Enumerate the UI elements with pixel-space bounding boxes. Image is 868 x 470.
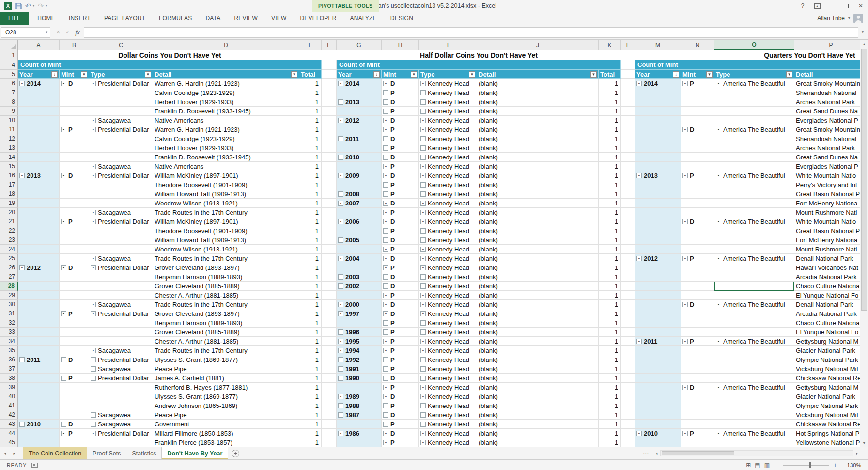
collapse-icon[interactable]: -: [91, 219, 96, 224]
row-header-31[interactable]: 31: [0, 309, 18, 318]
cell-K12[interactable]: 1: [599, 134, 621, 143]
cell-D34[interactable]: Chester A. Arthur (1881-1885): [153, 337, 299, 346]
cell-A38[interactable]: [18, 374, 60, 383]
sort-filter-icon[interactable]: ↓: [51, 71, 58, 78]
cell-N43[interactable]: [681, 420, 714, 429]
cell-G11[interactable]: [337, 125, 382, 134]
cell-D38[interactable]: James A. Garfield (1881): [153, 374, 299, 383]
cell-O10[interactable]: [714, 116, 794, 125]
cell-M6[interactable]: -2014: [635, 79, 681, 88]
cell-J24[interactable]: (blank): [477, 245, 599, 254]
restore-button[interactable]: [839, 0, 853, 12]
cell-A24[interactable]: [18, 245, 60, 254]
cell-G42[interactable]: -1987: [337, 410, 382, 420]
cell-E39[interactable]: 1: [299, 383, 322, 392]
cell-A23[interactable]: [18, 235, 60, 245]
cell-C7[interactable]: [89, 88, 153, 97]
collapse-icon[interactable]: -: [420, 201, 426, 206]
cell-A15[interactable]: [18, 162, 60, 171]
cell-O22[interactable]: [714, 226, 794, 235]
collapse-icon[interactable]: -: [420, 422, 426, 427]
cell-A28[interactable]: [18, 282, 60, 291]
cell-C6[interactable]: -Presidential Dollar: [89, 79, 153, 88]
cell-F18[interactable]: [322, 189, 337, 199]
ribbon-tab-insert[interactable]: INSERT: [62, 12, 97, 25]
cell-B17[interactable]: [60, 180, 89, 189]
cell-F6[interactable]: [322, 79, 337, 88]
cell-P43[interactable]: Chickasaw National Re: [794, 420, 868, 429]
collapse-icon[interactable]: -: [682, 219, 688, 224]
cell-P18[interactable]: Great Basin National P: [794, 189, 868, 199]
collapse-icon[interactable]: -: [383, 164, 388, 169]
pivot-title-d[interactable]: Dollar Coins You Don't Have Yet: [18, 50, 322, 60]
cell-J17[interactable]: (blank): [477, 180, 599, 189]
collapse-icon[interactable]: -: [420, 219, 426, 224]
cell-A18[interactable]: [18, 189, 60, 199]
cell-B10[interactable]: [60, 116, 89, 125]
cell-C39[interactable]: [89, 383, 153, 392]
cell-F30[interactable]: [322, 300, 337, 309]
cell-K36[interactable]: 1: [599, 355, 621, 364]
cell-I21[interactable]: -Kennedy Head: [419, 217, 477, 226]
cell-N20[interactable]: [681, 208, 714, 217]
row-header-20[interactable]: 20: [0, 208, 18, 217]
cell-L35[interactable]: [621, 346, 635, 355]
cell-H37[interactable]: -P: [382, 364, 419, 374]
cell-K23[interactable]: 1: [599, 235, 621, 245]
cell-J21[interactable]: (blank): [477, 217, 599, 226]
row-header-24[interactable]: 24: [0, 245, 18, 254]
row-header-43[interactable]: 43: [0, 420, 18, 429]
collapse-icon[interactable]: -: [61, 219, 66, 224]
collapse-icon[interactable]: -: [383, 145, 388, 151]
row-header-36[interactable]: 36: [0, 355, 18, 364]
cell-B36[interactable]: -D: [60, 355, 89, 364]
cell-B22[interactable]: [60, 226, 89, 235]
cell-F45[interactable]: [322, 438, 337, 447]
collapse-icon[interactable]: -: [383, 237, 388, 243]
cell-I19[interactable]: -Kennedy Head: [419, 199, 477, 208]
cell-C23[interactable]: [89, 235, 153, 245]
collapse-icon[interactable]: -: [338, 394, 343, 399]
cell-K43[interactable]: 1: [599, 420, 621, 429]
pivot-field-year-q[interactable]: Year↓: [635, 70, 681, 79]
pivot-count-label-h[interactable]: Count of Mint: [337, 60, 621, 70]
cell-J11[interactable]: (blank): [477, 125, 599, 134]
row-header-18[interactable]: 18: [0, 189, 18, 199]
cell-M16[interactable]: -2013: [635, 171, 681, 180]
cell-M43[interactable]: [635, 420, 681, 429]
cell-K15[interactable]: 1: [599, 162, 621, 171]
row-header-37[interactable]: 37: [0, 364, 18, 374]
collapse-icon[interactable]: -: [383, 339, 388, 344]
collapse-icon[interactable]: -: [61, 311, 66, 316]
pivot-field-year-h[interactable]: Year↓: [337, 70, 382, 79]
cell-L29[interactable]: [621, 291, 635, 300]
cell-F20[interactable]: [322, 208, 337, 217]
cell-G27[interactable]: -2003: [337, 272, 382, 282]
cell-L30[interactable]: [621, 300, 635, 309]
cell-K22[interactable]: 1: [599, 226, 621, 235]
cell-P20[interactable]: Mount Rushmore Nati: [794, 208, 868, 217]
cell-B42[interactable]: [60, 410, 89, 420]
row-header-16[interactable]: 16: [0, 171, 18, 180]
collapse-icon[interactable]: -: [91, 366, 96, 372]
cell-E11[interactable]: 1: [299, 125, 322, 134]
cell-C33[interactable]: [89, 328, 153, 337]
cell-D16[interactable]: William McKinley (1897-1901): [153, 171, 299, 180]
cell-F26[interactable]: [322, 263, 337, 272]
cell-G33[interactable]: -1996: [337, 328, 382, 337]
cell-M31[interactable]: [635, 309, 681, 318]
cell-G14[interactable]: -2010: [337, 153, 382, 162]
cell-K21[interactable]: 1: [599, 217, 621, 226]
collapse-icon[interactable]: -: [338, 376, 343, 381]
pivot-title-q[interactable]: Quarters You Don't Have Yet: [635, 50, 868, 60]
cell-C22[interactable]: [89, 226, 153, 235]
row-header-27[interactable]: 27: [0, 272, 18, 282]
cell-P41[interactable]: Olympic National Park: [794, 401, 868, 410]
collapse-icon[interactable]: -: [383, 302, 388, 307]
close-button[interactable]: ✕: [853, 0, 868, 12]
collapse-icon[interactable]: -: [420, 348, 426, 353]
row-header-29[interactable]: 29: [0, 291, 18, 300]
cell-A26[interactable]: -2012: [18, 263, 60, 272]
cell-E37[interactable]: 1: [299, 364, 322, 374]
row-header-7[interactable]: 7: [0, 88, 18, 97]
